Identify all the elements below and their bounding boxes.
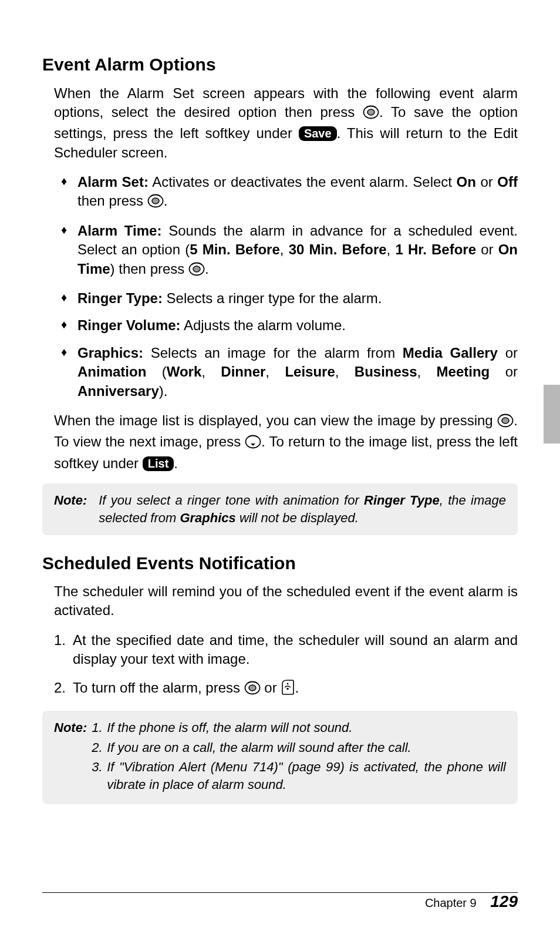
chapter-label: Chapter 9 [425,896,477,909]
page-footer: Chapter 9 129 [425,891,518,913]
note-content: If the phone is off, the alarm will not … [92,719,506,796]
nav-down-key-icon [245,435,261,453]
ok-key-icon [147,194,164,213]
val: Media Gallery [403,345,498,361]
option-label: Ringer Type: [77,290,163,306]
val: Meeting [437,364,490,379]
list-item: Alarm Time: Sounds the alarm in advance … [60,221,518,281]
svg-point-5 [193,266,200,272]
text: . [174,455,178,471]
text: , [335,364,355,379]
list-item: To turn off the alarm, press or . [54,678,518,700]
graphics-ref: Graphics [180,510,235,525]
text: ( [146,364,166,379]
text: or [476,241,498,257]
option-label: Ringer Volume: [77,317,181,333]
list-item: At the specified date and time, the sche… [54,631,518,669]
note-box-scheduled: Note: If the phone is off, the alarm wil… [42,711,518,804]
text: then press [77,193,147,209]
list-item: Alarm Set: Activates or deactivates the … [60,173,518,213]
text: , [417,364,437,379]
text: , [201,364,221,379]
option-label: Alarm Time: [77,223,161,238]
alarm-options-list: Alarm Set: Activates or deactivates the … [60,173,518,401]
text: Adjusts the alarm volume. [181,317,346,333]
svg-point-8 [246,436,261,448]
val: Anniversary [77,383,159,399]
svg-point-3 [152,198,159,204]
list-item: If the phone is off, the alarm will not … [92,719,506,737]
steps-list: At the specified date and time, the sche… [54,631,518,700]
intro-paragraph: When the Alarm Set screen appears with t… [54,84,518,163]
image-list-paragraph: When the image list is displayed, you ca… [54,411,518,473]
svg-point-7 [502,418,509,424]
text: ). [159,383,168,399]
text: ) then press [110,261,188,277]
heading-scheduled-events-notification: Scheduled Events Notification [42,552,518,576]
list-item: Ringer Volume: Adjusts the alarm volume. [60,316,518,335]
option-label: Graphics: [77,345,143,361]
text: , [265,364,285,379]
ok-key-icon [497,414,514,432]
ok-key-icon [244,681,261,700]
save-softkey-label: Save [299,126,337,141]
list-item: Graphics: Selects an image for the alarm… [60,344,518,401]
text: Selects a ringer type for the alarm. [163,290,382,306]
ok-key-icon [188,262,205,281]
off-value: Off [497,174,518,190]
opt: 5 Min. Before [190,241,280,257]
val: Leisure [285,364,335,379]
svg-point-11 [287,683,289,684]
text: , [280,241,289,257]
text: or [476,174,497,190]
list-item: If "Vibration Alert (Menu 714)" (page 99… [92,758,506,793]
scheduled-intro-paragraph: The scheduler will remind you of the sch… [54,582,518,620]
text: , [387,241,396,257]
note-box-ringer: Note: If you select a ringer tone with a… [42,483,518,535]
val: Dinner [221,364,265,379]
svg-rect-12 [287,688,289,690]
heading-event-alarm-options: Event Alarm Options [42,53,518,77]
page-thumb-tab [544,385,560,444]
val: Work [167,364,202,379]
text: or [498,345,518,361]
page-number: 129 [490,892,518,911]
ringer-type-ref: Ringer Type [364,493,440,508]
text: . [164,193,168,209]
text: . [205,261,209,277]
note-label: Note: [54,719,92,796]
text: When the image list is displayed, you ca… [54,412,497,428]
list-softkey-label: List [143,456,174,471]
svg-point-1 [367,109,375,115]
end-key-icon [281,679,295,700]
option-label: Alarm Set: [77,174,149,190]
val: Business [355,364,417,379]
opt: 1 Hr. Before [395,241,476,257]
ok-key-icon [363,105,379,124]
on-value: On [457,174,476,190]
note-steps-list: If the phone is off, the alarm will not … [92,719,506,794]
text: . [295,680,299,696]
list-item: If you are on a call, the alarm will sou… [92,739,506,757]
text: Activates or deactivates the event alarm… [149,174,457,190]
text: Selects an image for the alarm from [143,345,403,361]
text: or [261,680,281,696]
text: or [490,364,518,379]
note-label: Note: [54,492,99,526]
val: Animation [77,364,146,379]
note-content: If you select a ringer tone with animati… [99,492,506,526]
opt: 30 Min. Before [289,241,387,257]
list-item: Ringer Type: Selects a ringer type for t… [60,289,518,308]
text: will not be displayed. [236,510,359,525]
svg-point-10 [249,685,256,691]
text: If you select a ringer tone with animati… [99,493,364,508]
text: To turn off the alarm, press [73,680,244,696]
